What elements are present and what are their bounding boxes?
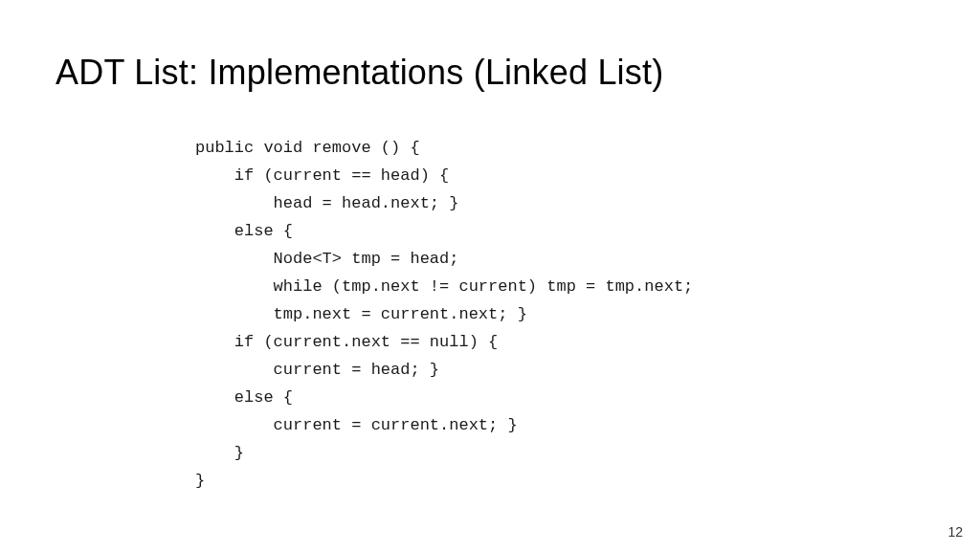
code-block: public void remove () { if (current == h…: [195, 134, 693, 495]
page-number: 12: [947, 524, 963, 540]
slide-title: ADT List: Implementations (Linked List): [56, 53, 663, 93]
